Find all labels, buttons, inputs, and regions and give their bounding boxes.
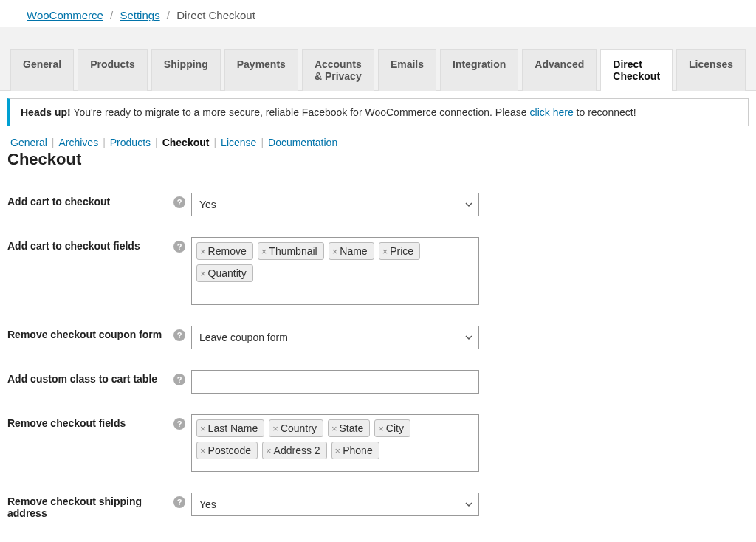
subnav-link-products[interactable]: Products: [110, 137, 151, 148]
help-icon[interactable]: ?: [173, 329, 185, 341]
tab-advanced[interactable]: Advanced: [522, 49, 597, 91]
tag-thumbnail[interactable]: ×Thumbnail: [258, 242, 324, 260]
tag-last-name[interactable]: ×Last Name: [196, 419, 264, 437]
breadcrumb-sep-icon: /: [110, 9, 113, 21]
row-label-add-cart: Add cart to checkout: [7, 182, 173, 227]
tag-remove-icon[interactable]: ×: [382, 246, 388, 257]
tag-remove[interactable]: ×Remove: [196, 242, 253, 260]
tag-label: Name: [340, 245, 367, 257]
tag-label: Thumbnail: [269, 245, 317, 257]
tag-label: City: [386, 422, 404, 434]
tag-remove-icon[interactable]: ×: [335, 445, 341, 456]
tag-label: Remove: [208, 245, 247, 257]
tag-label: Quantity: [208, 267, 247, 279]
tab-emails[interactable]: Emails: [378, 49, 436, 91]
subnav-sep: |: [103, 137, 106, 148]
help-icon[interactable]: ?: [173, 496, 185, 508]
tag-remove-icon[interactable]: ×: [200, 423, 206, 434]
section-title: Checkout: [7, 150, 756, 169]
tag-label: Postcode: [208, 445, 251, 456]
breadcrumb-current: Direct Checkout: [176, 9, 255, 21]
notice-link[interactable]: click here: [530, 106, 574, 118]
row-label-custom-class: Add custom class to cart table: [7, 360, 173, 404]
tag-label: Country: [281, 422, 317, 434]
help-icon[interactable]: ?: [173, 374, 185, 385]
remove-shipping-select[interactable]: Yes: [191, 493, 479, 516]
remove-coupon-select[interactable]: Leave coupon form: [191, 326, 479, 349]
tab-shipping[interactable]: Shipping: [151, 49, 221, 91]
breadcrumb: WooCommerce / Settings / Direct Checkout: [0, 0, 756, 27]
help-icon[interactable]: ?: [173, 418, 185, 430]
tag-label: Phone: [343, 445, 372, 456]
subnav-sep: |: [52, 137, 55, 148]
row-label-add-cart-fields: Add cart to checkout fields: [7, 227, 173, 315]
tab-integration[interactable]: Integration: [440, 49, 518, 91]
tab-accounts-privacy[interactable]: Accounts & Privacy: [302, 49, 374, 91]
tag-remove-icon[interactable]: ×: [378, 423, 384, 434]
tag-remove-icon[interactable]: ×: [261, 246, 267, 257]
tag-remove-icon[interactable]: ×: [266, 445, 272, 456]
tag-remove-icon[interactable]: ×: [200, 268, 206, 279]
tag-quantity[interactable]: ×Quantity: [196, 264, 253, 282]
tab-products[interactable]: Products: [78, 49, 148, 91]
tag-remove-icon[interactable]: ×: [200, 246, 206, 257]
tag-label: State: [340, 422, 364, 434]
tag-name[interactable]: ×Name: [329, 242, 374, 260]
tag-city[interactable]: ×City: [374, 419, 410, 437]
tag-postcode[interactable]: ×Postcode: [196, 442, 258, 459]
add-cart-select[interactable]: Yes: [191, 193, 479, 216]
custom-class-input[interactable]: [191, 370, 479, 394]
tag-remove-icon[interactable]: ×: [331, 423, 337, 434]
tag-country[interactable]: ×Country: [269, 419, 323, 437]
help-icon[interactable]: ?: [173, 196, 185, 208]
settings-tabbar: GeneralProductsShippingPaymentsAccounts …: [0, 27, 756, 91]
subnav-sep: |: [213, 137, 216, 148]
tag-price[interactable]: ×Price: [379, 242, 421, 260]
subnav: General|Archives|Products|Checkout|Licen…: [0, 126, 756, 148]
remove-fields-tagbox[interactable]: ×Last Name×Country×State×City×Postcode×A…: [191, 414, 479, 472]
tag-remove-icon[interactable]: ×: [272, 423, 278, 434]
notice-text: You're ready to migrate to a more secure…: [71, 106, 530, 118]
tag-state[interactable]: ×State: [328, 419, 370, 437]
subnav-sep: |: [261, 137, 264, 148]
tag-remove-icon[interactable]: ×: [200, 445, 206, 456]
tag-remove-icon[interactable]: ×: [332, 246, 338, 257]
subnav-current: Checkout: [162, 137, 210, 148]
notice-after: to reconnect!: [574, 106, 636, 118]
subnav-link-documentation[interactable]: Documentation: [268, 137, 337, 148]
migration-notice: Heads up! You're ready to migrate to a m…: [7, 98, 749, 126]
breadcrumb-settings[interactable]: Settings: [120, 9, 159, 21]
tab-payments[interactable]: Payments: [224, 49, 298, 91]
help-icon[interactable]: ?: [173, 241, 185, 253]
tab-general[interactable]: General: [10, 49, 74, 91]
breadcrumb-root[interactable]: WooCommerce: [27, 9, 103, 21]
subnav-link-license[interactable]: License: [221, 137, 256, 148]
row-label-remove-shipping: Remove checkout shipping address: [7, 482, 173, 532]
row-label-remove-coupon: Remove checkout coupon form: [7, 315, 173, 360]
breadcrumb-sep-icon: /: [167, 9, 170, 21]
settings-table: Add cart to checkout ? Yes Add cart to c…: [7, 182, 480, 532]
tag-label: Last Name: [208, 422, 258, 434]
subnav-link-archives[interactable]: Archives: [58, 137, 98, 148]
subnav-sep: |: [155, 137, 158, 148]
tag-label: Price: [390, 245, 413, 257]
notice-lead: Heads up!: [21, 106, 71, 118]
tag-address-2[interactable]: ×Address 2: [262, 442, 327, 459]
tab-direct-checkout[interactable]: Direct Checkout: [600, 49, 673, 91]
tag-label: Address 2: [274, 445, 320, 456]
tab-licenses[interactable]: Licenses: [676, 49, 746, 91]
tag-phone[interactable]: ×Phone: [331, 442, 379, 459]
add-cart-fields-tagbox[interactable]: ×Remove×Thumbnail×Name×Price×Quantity: [191, 237, 479, 305]
subnav-link-general[interactable]: General: [10, 137, 47, 148]
row-label-remove-fields: Remove checkout fields: [7, 404, 173, 482]
